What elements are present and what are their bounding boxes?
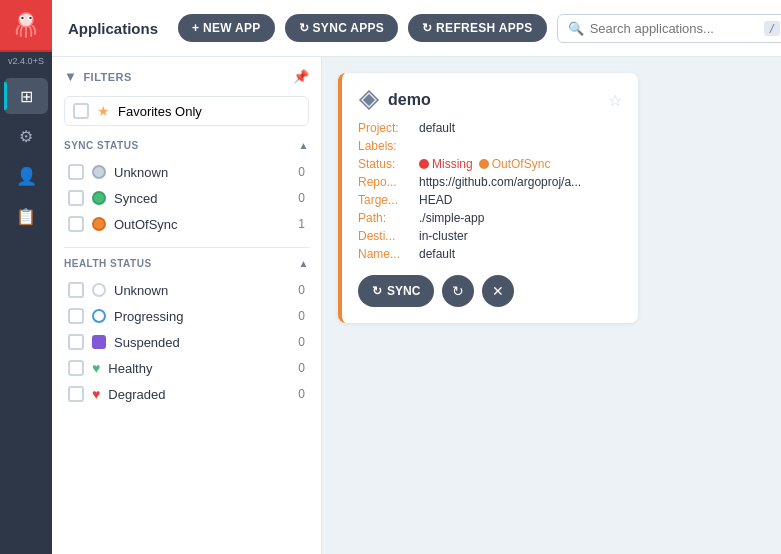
outofsync-label: OutOfSync	[114, 217, 283, 232]
healthy-checkbox[interactable]	[68, 360, 84, 376]
outofsync-dot	[92, 217, 106, 231]
delete-button[interactable]: ✕	[482, 275, 514, 307]
app-name: demo	[388, 91, 431, 109]
name-value: default	[419, 247, 455, 261]
progressing-dot	[92, 309, 106, 323]
degraded-checkbox[interactable]	[68, 386, 84, 402]
sidebar-item-user[interactable]: 👤	[4, 158, 48, 194]
missing-dot	[419, 159, 429, 169]
app-project-row: Project: default	[358, 121, 622, 135]
star-icon: ★	[97, 103, 110, 119]
synced-label: Synced	[114, 191, 283, 206]
healthy-count: 0	[291, 361, 305, 375]
labels-label: Labels:	[358, 139, 413, 153]
progressing-checkbox[interactable]	[68, 308, 84, 324]
filter-degraded[interactable]: ♥ Degraded 0	[64, 381, 309, 407]
favorites-label: Favorites Only	[118, 104, 202, 119]
app-card-demo: demo ☆ Project: default Labels: Status:	[338, 73, 638, 323]
new-app-button[interactable]: + NEW APP	[178, 14, 275, 42]
repo-label-key: Repo...	[358, 175, 413, 189]
app-path-row: Path: ./simple-app	[358, 211, 622, 225]
app-repo-row: Repo... https://github.com/argoproj/a...	[358, 175, 622, 189]
filter-unknown-sync[interactable]: Unknown 0	[64, 159, 309, 185]
content-area: ▼ FILTERS 📌 ★ Favorites Only SYNC STATUS…	[52, 57, 781, 554]
app-logo-icon	[358, 89, 380, 111]
refresh-button[interactable]: ↻	[442, 275, 474, 307]
sidebar-item-docs[interactable]: 📋	[4, 198, 48, 234]
name-label-key: Name...	[358, 247, 413, 261]
sync-label: SYNC	[387, 284, 420, 298]
sync-button[interactable]: ↻ SYNC	[358, 275, 434, 307]
suspended-dot	[92, 335, 106, 349]
filter-suspended[interactable]: Suspended 0	[64, 329, 309, 355]
search-box: 🔍 /	[557, 14, 781, 43]
filter-header: ▼ FILTERS 📌	[64, 69, 309, 84]
user-icon: 👤	[16, 166, 37, 187]
page-title: Applications	[68, 20, 158, 37]
favorites-filter[interactable]: ★ Favorites Only	[64, 96, 309, 126]
outofsync-status-dot	[479, 159, 489, 169]
target-label-key: Targe...	[358, 193, 413, 207]
app-name-row: Name... default	[358, 247, 622, 261]
path-value: ./simple-app	[419, 211, 484, 225]
favorites-checkbox[interactable]	[73, 103, 89, 119]
synced-checkbox[interactable]	[68, 190, 84, 206]
project-value: default	[419, 121, 455, 135]
repo-value: https://github.com/argoproj/a...	[419, 175, 581, 189]
synced-count: 0	[291, 191, 305, 205]
sync-icon: ↻	[372, 284, 382, 298]
app-content: demo ☆ Project: default Labels: Status:	[322, 57, 781, 554]
outofsync-status-label: OutOfSync	[492, 157, 551, 171]
outofsync-checkbox[interactable]	[68, 216, 84, 232]
unknown-health-count: 0	[291, 283, 305, 297]
search-shortcut: /	[764, 21, 781, 36]
app-labels-row: Labels:	[358, 139, 622, 153]
docs-icon: 📋	[16, 207, 36, 226]
topbar: Applications + NEW APP ↻ SYNC APPS ↻ REF…	[52, 0, 781, 57]
status-label-key: Status:	[358, 157, 413, 171]
unknown-health-label: Unknown	[114, 283, 283, 298]
sidebar-item-settings[interactable]: ⚙	[4, 118, 48, 154]
unknown-health-checkbox[interactable]	[68, 282, 84, 298]
unknown-sync-dot	[92, 165, 106, 179]
refresh-apps-button[interactable]: ↻ REFRESH APPS	[408, 14, 546, 42]
grid-icon: ⊞	[20, 87, 33, 106]
sidebar-item-apps[interactable]: ⊞	[4, 78, 48, 114]
unknown-sync-label: Unknown	[114, 165, 283, 180]
filter-panel: ▼ FILTERS 📌 ★ Favorites Only SYNC STATUS…	[52, 57, 322, 554]
filter-healthy[interactable]: ♥ Healthy 0	[64, 355, 309, 381]
sync-apps-button[interactable]: ↻ SYNC APPS	[285, 14, 399, 42]
delete-icon: ✕	[492, 283, 504, 299]
degraded-dot: ♥	[92, 387, 100, 401]
target-value: HEAD	[419, 193, 452, 207]
app-favorite-star[interactable]: ☆	[608, 91, 622, 110]
synced-dot	[92, 191, 106, 205]
filter-outofsync[interactable]: OutOfSync 1	[64, 211, 309, 237]
outofsync-badge: OutOfSync	[479, 157, 551, 171]
unknown-sync-count: 0	[291, 165, 305, 179]
degraded-label: Degraded	[108, 387, 283, 402]
sidebar-nav: ⊞ ⚙ 👤 📋	[0, 74, 52, 238]
outofsync-count: 1	[291, 217, 305, 231]
dest-label-key: Desti...	[358, 229, 413, 243]
sync-status-section: SYNC STATUS ▲	[64, 140, 309, 151]
svg-point-3	[21, 17, 23, 19]
degraded-count: 0	[291, 387, 305, 401]
missing-badge: Missing	[419, 157, 473, 171]
status-badges: Missing OutOfSync	[419, 157, 550, 171]
sync-chevron-icon: ▲	[299, 140, 309, 151]
search-icon: 🔍	[568, 21, 584, 36]
unknown-sync-checkbox[interactable]	[68, 164, 84, 180]
app-dest-row: Desti... in-cluster	[358, 229, 622, 243]
filter-progressing[interactable]: Progressing 0	[64, 303, 309, 329]
search-input[interactable]	[590, 21, 758, 36]
unknown-health-dot	[92, 283, 106, 297]
healthy-dot: ♥	[92, 361, 100, 375]
dest-value: in-cluster	[419, 229, 468, 243]
filter-synced[interactable]: Synced 0	[64, 185, 309, 211]
svg-point-4	[29, 17, 31, 19]
filter-unknown-health[interactable]: Unknown 0	[64, 277, 309, 303]
sidebar: v2.4.0+S ⊞ ⚙ 👤 📋	[0, 0, 52, 554]
suspended-checkbox[interactable]	[68, 334, 84, 350]
suspended-label: Suspended	[114, 335, 283, 350]
